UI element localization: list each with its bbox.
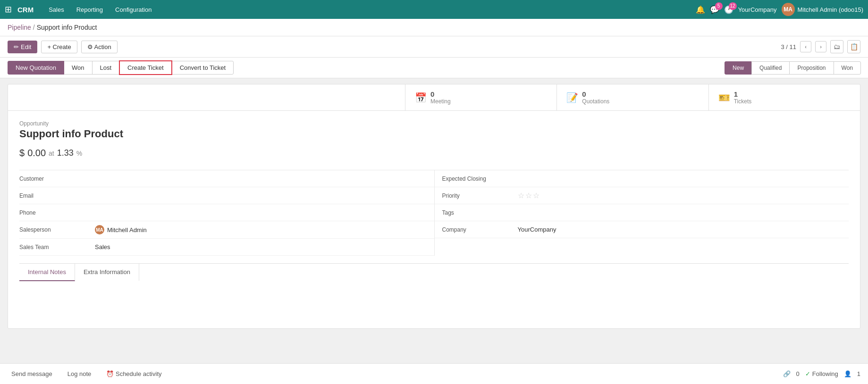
field-sales-team-value[interactable]: Sales [95, 240, 434, 254]
stat-spacer [8, 84, 405, 110]
field-expected-closing-label: Expected Closing [442, 172, 518, 186]
salesperson-name: Mitchell Admin [107, 226, 147, 234]
user-menu[interactable]: MA Mitchell Admin (odoo15) [782, 3, 863, 16]
amount-symbol: $ [19, 148, 25, 159]
stage-won[interactable]: Won [64, 61, 93, 75]
pipeline-stage-proposition[interactable]: Proposition [789, 61, 834, 75]
stat-meeting[interactable]: 📅 0 Meeting [405, 84, 557, 110]
create-label: + Create [47, 43, 71, 50]
stat-tickets[interactable]: 🎫 1 Tickets [709, 84, 860, 110]
star-2[interactable]: ☆ [525, 191, 532, 200]
form-view-button[interactable]: 🗂 [830, 40, 843, 53]
tab-extra-information[interactable]: Extra Information [75, 264, 139, 281]
edit-button[interactable]: ✏ Edit [8, 41, 37, 53]
list-view-button[interactable]: 📋 [847, 40, 860, 53]
menu-item-sales[interactable]: Sales [43, 3, 70, 16]
record-position: 3 / 11 [781, 43, 796, 50]
pipeline-stage-new[interactable]: New [725, 61, 752, 75]
pipeline-stage-qualified[interactable]: Qualified [751, 61, 790, 75]
field-salesperson: Salesperson MA Mitchell Admin [19, 221, 434, 239]
field-phone-label: Phone [19, 206, 95, 220]
top-menu: Sales Reporting Configuration [43, 3, 157, 16]
meeting-count: 0 [430, 90, 451, 98]
field-email: Email [19, 187, 434, 204]
edit-icon: ✏ [14, 43, 19, 50]
app-grid-icon[interactable]: ⊞ [5, 4, 12, 15]
brand-label[interactable]: CRM [17, 6, 34, 14]
notification-icon[interactable]: 🔔 [696, 5, 705, 14]
stage-lost[interactable]: Lost [92, 61, 120, 75]
field-tags-value[interactable] [518, 209, 849, 217]
priority-stars[interactable]: ☆ ☆ ☆ [518, 191, 539, 200]
opportunity-title[interactable]: Support info Product [19, 128, 849, 140]
field-priority-label: Priority [442, 189, 518, 203]
messages-icon[interactable]: 💬 5 [710, 5, 719, 14]
field-company: Company YourCompany [435, 221, 849, 238]
action-button[interactable]: ⚙ Action [81, 41, 118, 53]
messages-badge: 5 [715, 2, 723, 10]
amount-at: at [49, 150, 54, 157]
meeting-info: 0 Meeting [430, 90, 451, 105]
company-label[interactable]: YourCompany [738, 6, 777, 13]
field-company-value[interactable]: YourCompany [518, 222, 849, 237]
quotations-icon: 📝 [566, 92, 578, 103]
field-customer-label: Customer [19, 172, 95, 186]
pipeline-stage-won[interactable]: Won [834, 61, 861, 75]
field-email-value[interactable] [95, 192, 434, 200]
star-3[interactable]: ☆ [533, 191, 539, 200]
tab-internal-notes[interactable]: Internal Notes [19, 264, 75, 281]
pipeline-stages: New Qualified Proposition Won [725, 61, 860, 75]
field-customer-value[interactable] [95, 175, 434, 183]
tickets-icon: 🎫 [718, 92, 730, 103]
fields-left-col: Customer Email Phone Salesperson [19, 170, 434, 256]
stage-new-quotation[interactable]: New Quotation [8, 61, 64, 75]
tab-content [19, 281, 849, 319]
action-bar: ✏ Edit + Create ⚙ Action 3 / 11 ‹ › 🗂 📋 [0, 36, 868, 58]
field-phone-value[interactable] [95, 209, 434, 217]
field-expected-closing-value[interactable] [518, 175, 849, 183]
next-record-button[interactable]: › [815, 41, 826, 52]
meeting-label: Meeting [430, 98, 451, 105]
stage-bar: New Quotation Won Lost Create Ticket Con… [0, 58, 868, 78]
breadcrumb-current: Support info Product [37, 24, 97, 31]
user-name: Mitchell Admin (odoo15) [798, 6, 863, 13]
field-sales-team-label: Sales Team [19, 240, 95, 254]
field-tags: Tags [435, 204, 849, 221]
activities-badge: 12 [729, 2, 737, 10]
stat-quotations[interactable]: 📝 0 Quotations [557, 84, 708, 110]
menu-item-configuration[interactable]: Configuration [110, 3, 157, 16]
breadcrumb: Pipeline / Support info Product [0, 19, 868, 36]
amount-pct[interactable]: 1.33 [57, 148, 74, 158]
tickets-count: 1 [734, 90, 752, 98]
field-salesperson-value[interactable]: MA Mitchell Admin [95, 221, 434, 238]
main-content: 📅 0 Meeting 📝 0 Quotations 🎫 1 Tickets [0, 78, 868, 334]
stage-lost-label: Lost [100, 64, 112, 71]
field-salesperson-label: Salesperson [19, 223, 95, 237]
field-tags-label: Tags [442, 206, 518, 220]
tickets-label: Tickets [734, 98, 752, 105]
meeting-icon: 📅 [415, 92, 427, 103]
menu-item-reporting[interactable]: Reporting [71, 3, 109, 16]
top-navigation: ⊞ CRM Sales Reporting Configuration 🔔 💬 … [0, 0, 868, 19]
form-card: 📅 0 Meeting 📝 0 Quotations 🎫 1 Tickets [8, 84, 860, 329]
create-button[interactable]: + Create [41, 41, 77, 53]
tickets-info: 1 Tickets [734, 90, 752, 105]
amount-row: $ 0.00 at 1.33 % [19, 148, 849, 159]
field-company-label: Company [442, 223, 518, 237]
action-bar-right: 3 / 11 ‹ › 🗂 📋 [781, 40, 860, 53]
star-1[interactable]: ☆ [518, 191, 524, 200]
activities-icon[interactable]: 🕐 12 [724, 5, 733, 14]
stage-create-ticket[interactable]: Create Ticket [119, 60, 172, 75]
fields-right-col: Expected Closing Priority ☆ ☆ ☆ [434, 170, 849, 256]
opportunity-label: Opportunity [19, 120, 849, 127]
field-email-label: Email [19, 189, 95, 203]
amount-value[interactable]: 0.00 [27, 148, 46, 159]
field-priority-value[interactable]: ☆ ☆ ☆ [518, 187, 849, 204]
edit-label: Edit [21, 43, 31, 50]
stage-convert-ticket[interactable]: Convert to Ticket [172, 61, 234, 75]
breadcrumb-pipeline-link[interactable]: Pipeline [8, 24, 31, 31]
prev-record-button[interactable]: ‹ [800, 41, 811, 52]
fields-grid: Customer Email Phone Salesperson [19, 170, 849, 256]
top-nav-right: 🔔 💬 5 🕐 12 YourCompany MA Mitchell Admin… [696, 3, 863, 16]
field-sales-team: Sales Team Sales [19, 239, 434, 256]
